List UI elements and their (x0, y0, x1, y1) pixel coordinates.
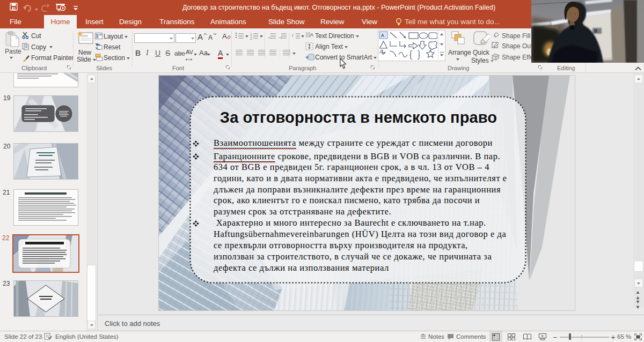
svg-text:A: A (222, 32, 227, 40)
svg-text:A: A (310, 32, 313, 38)
svg-text:A: A (197, 33, 203, 41)
svg-text:A: A (208, 34, 213, 41)
svg-text:A: A (381, 33, 385, 38)
